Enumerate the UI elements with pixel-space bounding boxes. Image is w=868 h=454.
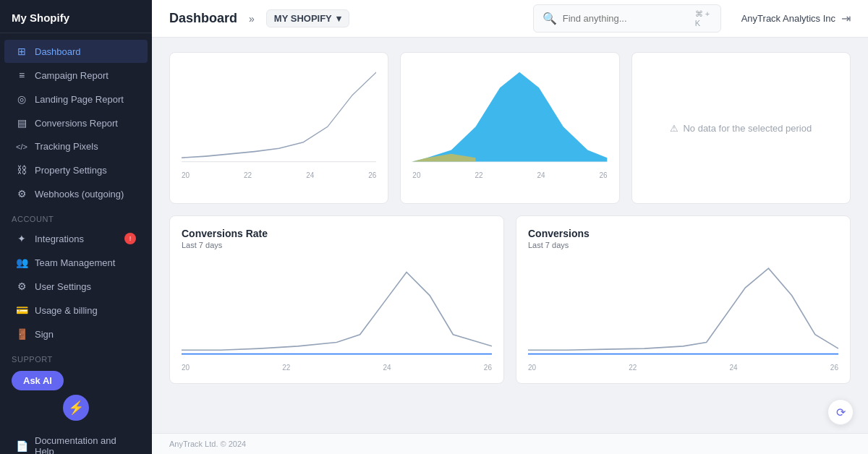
no-data-text: No data for the selected period [683,123,812,134]
documentation-icon: 📄 [16,440,27,452]
sidebar-item-user-settings[interactable]: ⚙ User Settings [4,275,148,298]
sidebar-nav: ⊞ Dashboard ≡ Campaign Report ◎ Landing … [0,33,152,454]
search-bar[interactable]: 🔍 ⌘ + K [533,4,721,33]
conversions-report-icon: ▤ [16,117,27,129]
search-input[interactable] [563,13,689,24]
sidebar-label-tracking-pixels: Tracking Pixels [35,141,98,152]
sidebar-label-webhooks: Webhooks (outgoing) [35,189,124,200]
team-management-icon: 👥 [16,257,27,268]
search-icon: 🔍 [542,12,557,25]
sidebar-item-sign-out[interactable]: 🚪 Sign [4,322,148,346]
integrations-icon: ✦ [16,233,27,244]
chart-conversions-xaxis: 20 22 24 26 [528,361,838,372]
sidebar-item-tracking-pixels[interactable]: </> Tracking Pixels [4,135,148,158]
sidebar: My Shopify ⊞ Dashboard ≡ Campaign Report… [0,0,152,454]
sidebar-item-campaign-report[interactable]: ≡ Campaign Report [4,64,148,87]
footer-copyright: AnyTrack Ltd. © 2024 [169,440,246,448]
chart-2: 20 22 24 26 [412,64,607,192]
float-action-icon: ⟳ [836,406,846,419]
chart-conversions-rate-svg [182,257,492,358]
chart-conversions-chart: 20 22 24 26 [528,257,838,372]
chart-card-conversions-rate: Conversions Rate Last 7 days 20 22 24 26 [169,215,504,384]
sign-out-icon: 🚪 [16,328,27,340]
ask-ai-button[interactable]: Ask AI [12,371,64,390]
tracking-pixels-icon: </> [16,142,27,151]
sidebar-label-user-settings: User Settings [35,281,91,292]
chart-conversions-subtitle: Last 7 days [528,241,838,249]
sidebar-label-usage-billing: Usage & billing [35,305,98,316]
username-label: AnyTrack Analytics Inc [741,13,835,24]
chart-2-svg [412,64,607,166]
no-data-message: ⚠ No data for the selected period [644,64,838,192]
sidebar-label-documentation: Documentation and Help [35,435,136,454]
chart-2-xaxis: 20 22 24 26 [412,168,607,179]
workspace-label: MY SHOPIFY [274,13,332,24]
footer: AnyTrack Ltd. © 2024 [152,433,868,454]
workspace-chevron-icon: ▾ [336,13,341,24]
topbar: Dashboard » MY SHOPIFY ▾ 🔍 ⌘ + K AnyTrac… [152,0,868,38]
chart-1-xaxis: 20 22 24 26 [182,168,376,179]
logout-icon[interactable]: ⇥ [841,12,851,25]
chart-card-conversions: Conversions Last 7 days 20 22 24 26 [516,215,851,384]
chart-conversions-svg [528,257,838,358]
sidebar-label-dashboard: Dashboard [35,46,81,57]
no-data-icon: ⚠ [670,123,678,134]
sidebar-item-documentation[interactable]: 📄 Documentation and Help [4,429,148,454]
chart-conversions-rate-title: Conversions Rate [182,228,492,239]
dashboard-content: 20 22 24 26 [152,38,868,433]
sidebar-item-landing-page-report[interactable]: ◎ Landing Page Report [4,87,148,111]
chart-card-1: 20 22 24 26 [169,52,388,204]
dashboard-icon: ⊞ [16,46,27,57]
sidebar-label-integrations: Integrations [35,234,84,244]
sidebar-item-integrations[interactable]: ✦ Integrations ! [4,227,148,250]
page-title: Dashboard [169,11,237,26]
user-info: AnyTrack Analytics Inc ⇥ [741,12,851,25]
chart-conversions-rate-chart: 20 22 24 26 [182,257,492,372]
support-lightning-icon: ⚡ [63,395,89,421]
workspace-selector[interactable]: MY SHOPIFY ▾ [266,9,349,27]
chart-card-3: ⚠ No data for the selected period [631,52,851,204]
sidebar-item-team-management[interactable]: 👥 Team Management [4,251,148,274]
search-shortcut: ⌘ + K [695,9,712,27]
account-section-label: Account [0,206,152,226]
chart-conversions-title: Conversions [528,228,838,239]
usage-billing-icon: 💳 [16,304,27,316]
support-section-label: Support [0,346,152,367]
sidebar-item-usage-billing[interactable]: 💳 Usage & billing [4,299,148,322]
sidebar-label-landing-page-report: Landing Page Report [35,94,124,105]
app-logo: My Shopify [0,0,152,33]
landing-page-icon: ◎ [16,93,27,105]
user-settings-icon: ⚙ [16,280,27,292]
breadcrumb-sep: » [249,13,255,25]
chart-conversions-rate-xaxis: 20 22 24 26 [182,361,492,372]
chart-card-2: 20 22 24 26 [400,52,619,204]
sidebar-item-conversions-report[interactable]: ▤ Conversions Report [4,111,148,134]
sidebar-label-conversions-report: Conversions Report [35,118,118,129]
float-action-button[interactable]: ⟳ [827,399,854,425]
sidebar-item-webhooks[interactable]: ⚙ Webhooks (outgoing) [4,182,148,205]
webhooks-icon: ⚙ [16,188,27,200]
chart-1-svg [182,64,376,166]
chart-conversions-rate-subtitle: Last 7 days [182,241,492,249]
main-content: Dashboard » MY SHOPIFY ▾ 🔍 ⌘ + K AnyTrac… [152,0,868,454]
sidebar-label-team-management: Team Management [35,257,115,268]
sidebar-label-campaign-report: Campaign Report [35,70,109,81]
chart-1: 20 22 24 26 [182,64,376,192]
sidebar-label-property-settings: Property Settings [35,165,107,176]
sidebar-label-sign-out: Sign [35,329,54,340]
charts-row-1: 20 22 24 26 [169,52,851,204]
integrations-badge: ! [124,233,136,244]
campaign-icon: ≡ [16,69,27,81]
sidebar-item-dashboard[interactable]: ⊞ Dashboard [4,40,148,63]
charts-row-2: Conversions Rate Last 7 days 20 22 24 26 [169,215,851,384]
property-settings-icon: ⛓ [16,164,27,176]
sidebar-item-property-settings[interactable]: ⛓ Property Settings [4,158,148,181]
